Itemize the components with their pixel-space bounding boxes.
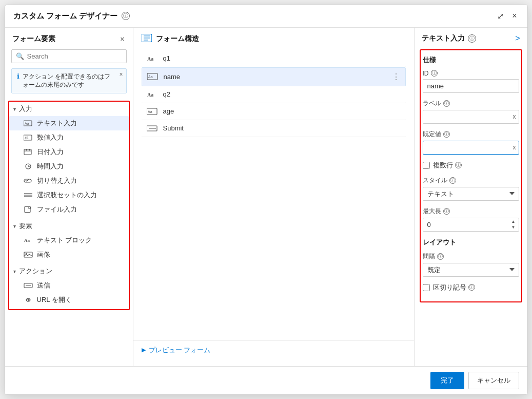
center-panel-title: フォーム構造 — [156, 34, 199, 44]
default-input[interactable] — [423, 141, 519, 155]
right-panel-header: テキスト入力 ⓘ > — [415, 34, 527, 49]
toggle-input-icon — [24, 177, 33, 184]
svg-text:Aa: Aa — [147, 56, 153, 62]
field-id-label: ID ⓘ — [423, 70, 519, 77]
id-input[interactable] — [423, 79, 519, 93]
style-select[interactable]: テキスト メール 電話 URL — [423, 187, 519, 201]
field-spacing-label: 間隔 ⓘ — [423, 252, 519, 261]
tree-item-toggle-input[interactable]: 切り替え入力 — [9, 174, 129, 188]
label-clear-button[interactable]: x — [513, 113, 516, 120]
spacing-select[interactable]: 既定 なし 小 中 大 — [423, 263, 519, 277]
right-panel: テキスト入力 ⓘ > 仕様 ID ⓘ — [415, 28, 527, 366]
svg-rect-15 — [25, 207, 30, 213]
form-item-submit-icon — [147, 124, 158, 132]
maxlen-spinners: ▲ ▼ — [509, 219, 518, 231]
tree-group-input: ▾ 入力 Aa テキスト入力 #1 — [9, 102, 129, 217]
svg-point-19 — [25, 253, 26, 254]
tree-group-actions-header[interactable]: ▾ アクション — [9, 264, 129, 278]
tree-group-actions: ▾ アクション 送信 U — [9, 264, 129, 307]
header-actions: ⤢ × — [495, 9, 519, 23]
maxlen-input[interactable] — [423, 218, 519, 232]
maxlen-spin-up[interactable]: ▲ — [509, 219, 518, 225]
resize-button[interactable]: ⤢ — [495, 9, 506, 23]
separator-checkbox-row: 区切り記号 ⓘ — [423, 283, 519, 292]
elements-highlight-box: ▾ 入力 Aa テキスト入力 #1 — [8, 101, 130, 310]
form-item-age[interactable]: Aa age — [142, 103, 406, 120]
tree-item-number-input-label: 数値入力 — [37, 133, 64, 142]
chevron-down-icon-2: ▾ — [13, 223, 16, 229]
separator-checkbox[interactable] — [423, 284, 430, 291]
left-panel: フォーム要素 × 🔍 ℹ アクション を配置できるのはフォームの末尾のみです × — [5, 28, 133, 366]
field-label-label: ラベル ⓘ — [423, 99, 519, 108]
svg-text:Aa: Aa — [24, 238, 30, 243]
right-panel-nav-button[interactable]: > — [515, 34, 520, 43]
submit-icon — [24, 282, 33, 289]
field-group-style: スタイル ⓘ テキスト メール 電話 URL — [423, 176, 519, 201]
tree-item-text-block[interactable]: Aa テキスト ブロック — [9, 233, 129, 248]
svg-text:Aa: Aa — [25, 122, 29, 125]
center-panel: フォーム構造 Aa q1 Aa name ⋮ — [133, 28, 415, 366]
left-panel-close-button[interactable]: × — [119, 34, 125, 44]
tree-item-number-input[interactable]: #1 数値入力 — [9, 130, 129, 145]
separator-label: 区切り記号 ⓘ — [433, 283, 475, 292]
field-group-spacing: 間隔 ⓘ 既定 なし 小 中 大 — [423, 252, 519, 277]
tree-item-image[interactable]: 画像 — [9, 248, 129, 262]
date-input-icon — [24, 148, 33, 156]
image-icon — [24, 251, 33, 258]
field-maxlen-label: 最大長 ⓘ — [423, 207, 519, 216]
default-input-wrapper: x — [423, 141, 519, 155]
chevron-down-icon-3: ▾ — [13, 269, 16, 274]
form-item-age-label: age — [163, 107, 401, 115]
right-panel-info-icon: ⓘ — [468, 34, 476, 43]
multiline-checkbox[interactable] — [423, 162, 430, 169]
svg-rect-11 — [24, 179, 31, 182]
separator-info-icon: ⓘ — [468, 284, 475, 291]
label-input[interactable] — [423, 110, 519, 124]
dialog-header: カスタム フォーム デザイナー ⓘ ⤢ × — [5, 5, 527, 28]
file-input-icon — [24, 206, 33, 213]
maxlen-spin-down[interactable]: ▼ — [509, 224, 518, 231]
form-item-q2[interactable]: Aa q2 — [142, 86, 406, 103]
close-dialog-button[interactable]: × — [510, 9, 519, 23]
field-default-label: 既定値 ⓘ — [423, 130, 519, 139]
search-box: 🔍 — [11, 49, 127, 63]
maxlen-input-row: ▲ ▼ — [423, 218, 519, 232]
form-item-name-menu-icon[interactable]: ⋮ — [392, 72, 400, 82]
right-panel-title-row: テキスト入力 ⓘ — [422, 34, 476, 43]
banner-close-button[interactable]: × — [119, 71, 123, 78]
style-info-icon: ⓘ — [449, 177, 456, 184]
svg-text:#1: #1 — [25, 136, 29, 140]
tree-item-date-input[interactable]: 日付入力 — [9, 145, 129, 159]
tree-group-elements-header[interactable]: ▾ 要素 — [9, 219, 129, 233]
form-item-submit[interactable]: Submit — [142, 120, 406, 137]
chevron-down-icon: ▾ — [13, 106, 16, 112]
tree-item-time-input[interactable]: 時間入力 — [9, 159, 129, 174]
right-panel-title: テキスト入力 — [422, 34, 465, 43]
default-info-icon: ⓘ — [443, 131, 450, 138]
tree-item-file-input[interactable]: ファイル入力 — [9, 202, 129, 217]
field-style-label: スタイル ⓘ — [423, 176, 519, 185]
tree-group-input-header[interactable]: ▾ 入力 — [9, 102, 129, 116]
time-input-icon — [24, 163, 33, 170]
form-item-name[interactable]: Aa name ⋮ — [142, 67, 406, 86]
tree-item-open-url-label: URL を開く — [37, 295, 72, 305]
tree-item-open-url[interactable]: URL を開く — [9, 293, 129, 307]
dialog-footer: 完了 キャンセル — [5, 366, 527, 394]
svg-line-10 — [28, 166, 30, 167]
form-item-name-icon: Aa — [147, 72, 159, 81]
default-clear-button[interactable]: x — [513, 144, 516, 151]
tree-item-choice-input[interactable]: 選択肢セットの入力 — [9, 188, 129, 202]
tree-item-file-input-label: ファイル入力 — [37, 205, 77, 214]
cancel-button[interactable]: キャンセル — [468, 372, 519, 389]
tree-item-submit[interactable]: 送信 — [9, 278, 129, 293]
form-item-q1[interactable]: Aa q1 — [142, 50, 406, 67]
preview-section[interactable]: ▶ プレビュー フォーム — [133, 340, 414, 360]
custom-form-designer-dialog: カスタム フォーム デザイナー ⓘ ⤢ × フォーム要素 × 🔍 ℹ アクション… — [5, 5, 528, 395]
field-group-label: ラベル ⓘ x — [423, 99, 519, 124]
id-info-icon: ⓘ — [431, 70, 438, 77]
tree-item-text-input[interactable]: Aa テキスト入力 — [9, 116, 129, 130]
form-elements-tree: ▾ 入力 Aa テキスト入力 #1 — [5, 99, 133, 359]
ok-button[interactable]: 完了 — [430, 372, 464, 389]
form-structure-icon — [142, 34, 152, 44]
search-input[interactable] — [27, 52, 122, 60]
